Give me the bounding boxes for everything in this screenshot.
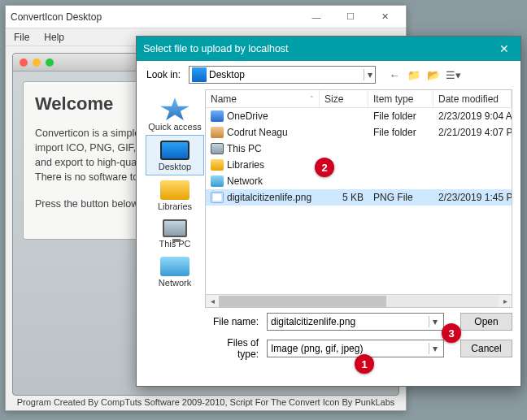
- desktop-icon: [192, 67, 207, 82]
- app-titlebar[interactable]: ConvertIcon Desktop — ☐ ✕: [6, 6, 406, 28]
- folder-icon: [160, 180, 189, 200]
- maximize-button[interactable]: ☐: [334, 9, 367, 25]
- dialog-toolbar: ← 📁 📂 ☰▾: [387, 67, 460, 82]
- file-dialog: Select file to upload by localhost ✕ Loo…: [136, 36, 521, 387]
- file-list[interactable]: Name˄ Size Item type Date modified OneDr…: [205, 89, 512, 308]
- scroll-track[interactable]: [219, 296, 499, 307]
- sort-asc-icon: ˄: [310, 95, 314, 103]
- minimize-button[interactable]: —: [300, 9, 333, 25]
- monitor-icon: [160, 141, 189, 160]
- back-icon[interactable]: ←: [387, 67, 402, 82]
- chevron-down-icon[interactable]: ▾: [429, 343, 440, 354]
- file-type-select[interactable]: Image (png, gif, jpeg)▾: [267, 340, 444, 357]
- network-icon: [211, 175, 224, 187]
- list-item-selected[interactable]: digitalcitizenlife.png5 KBPNG File2/23/2…: [206, 189, 512, 206]
- user-icon: [211, 127, 224, 138]
- place-network[interactable]: Network: [146, 252, 204, 291]
- file-name-input[interactable]: digitalcitizenlife.png▾: [267, 313, 444, 331]
- onedrive-icon: [211, 110, 224, 122]
- col-size[interactable]: Size: [320, 90, 368, 107]
- libraries-icon: [211, 159, 224, 171]
- chevron-down-icon[interactable]: ▾: [429, 316, 440, 327]
- new-folder-icon[interactable]: 📂: [426, 67, 441, 82]
- open-button[interactable]: Open: [460, 313, 512, 331]
- place-libraries[interactable]: Libraries: [146, 175, 204, 214]
- window-buttons: — ☐ ✕: [300, 9, 401, 25]
- file-name-label: File name:: [205, 316, 262, 327]
- file-name-value: digitalcitizenlife.png: [271, 316, 355, 327]
- pc-icon: [163, 219, 187, 237]
- column-headers: Name˄ Size Item type Date modified: [206, 90, 512, 108]
- horizontal-scrollbar[interactable]: ◂ ▸: [206, 294, 512, 307]
- callout-3: 3: [442, 323, 461, 343]
- star-icon: [160, 97, 189, 120]
- place-label: Network: [159, 278, 191, 288]
- zoom-dot-icon[interactable]: [46, 58, 54, 67]
- place-label: Quick access: [148, 122, 201, 132]
- list-item[interactable]: Network: [206, 173, 512, 189]
- scroll-right-icon[interactable]: ▸: [499, 296, 512, 307]
- callout-2: 2: [315, 158, 334, 177]
- list-item[interactable]: Codrut NeaguFile folder2/21/2019 4:07 P: [206, 124, 512, 141]
- minimize-dot-icon[interactable]: [33, 58, 41, 67]
- list-item[interactable]: This PC: [206, 141, 512, 157]
- file-type-label: Files of type:: [205, 337, 262, 360]
- up-folder-icon[interactable]: 📁: [407, 67, 421, 82]
- chevron-down-icon[interactable]: ▾: [364, 69, 375, 80]
- scroll-thumb[interactable]: [219, 296, 386, 307]
- place-label: Desktop: [159, 162, 191, 171]
- list-item[interactable]: OneDriveFile folder2/23/2019 9:04 A: [206, 108, 512, 124]
- image-file-icon: [211, 192, 224, 203]
- scroll-left-icon[interactable]: ◂: [206, 296, 219, 307]
- list-item[interactable]: Libraries: [206, 157, 512, 173]
- menu-help[interactable]: Help: [44, 32, 64, 43]
- col-date[interactable]: Date modified: [433, 90, 512, 107]
- app-footer: Program Created By CompTuts Software 200…: [6, 397, 406, 407]
- places-bar: Quick access Desktop Libraries This PC N…: [145, 89, 205, 308]
- callout-1: 1: [355, 354, 374, 374]
- close-dot-icon[interactable]: [20, 58, 28, 67]
- network-icon: [160, 257, 189, 276]
- dialog-titlebar[interactable]: Select file to upload by localhost ✕: [137, 37, 520, 61]
- place-this-pc[interactable]: This PC: [146, 214, 204, 252]
- app-title: ConvertIcon Desktop: [11, 11, 102, 23]
- col-type[interactable]: Item type: [368, 90, 433, 107]
- col-name[interactable]: Name˄: [206, 90, 320, 107]
- dialog-title: Select file to upload by localhost: [143, 43, 289, 54]
- place-desktop[interactable]: Desktop: [146, 135, 204, 175]
- view-menu-icon[interactable]: ☰▾: [446, 67, 460, 82]
- menu-file[interactable]: File: [14, 32, 29, 43]
- look-in-combo[interactable]: Desktop ▾: [189, 66, 376, 84]
- cancel-button[interactable]: Cancel: [460, 340, 512, 357]
- dialog-close-icon[interactable]: ✕: [494, 42, 514, 55]
- place-quick-access[interactable]: Quick access: [146, 93, 204, 135]
- place-label: Libraries: [158, 201, 192, 211]
- file-type-value: Image (png, gif, jpeg): [271, 343, 363, 354]
- look-in-value: Desktop: [209, 69, 245, 80]
- look-in-label: Look in:: [145, 69, 184, 80]
- pc-icon: [211, 143, 224, 154]
- close-button[interactable]: ✕: [368, 9, 401, 25]
